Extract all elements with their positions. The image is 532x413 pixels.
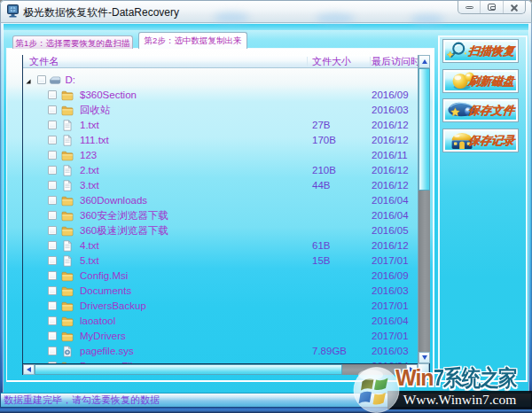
file-date: 2016/09 xyxy=(372,269,409,284)
file-list: 文件名 文件大小 最后访问时间 D: xyxy=(22,55,430,375)
drive-icon xyxy=(49,74,61,86)
tab-step1[interactable]: 第1步：选择需要恢复的盘扫描 xyxy=(12,35,133,49)
folder-icon xyxy=(61,105,74,116)
maximize-button[interactable] xyxy=(481,1,503,13)
row-checkbox[interactable] xyxy=(48,241,57,250)
folder-icon xyxy=(61,150,74,161)
file-size: 210B xyxy=(312,163,336,178)
row-checkbox[interactable] xyxy=(48,256,57,265)
scan-recover-button[interactable]: 扫描恢复 xyxy=(442,39,519,63)
row-checkbox[interactable] xyxy=(37,75,46,84)
refresh-disk-label: 刷新磁盘 xyxy=(467,70,520,92)
window-frame-left xyxy=(0,21,4,407)
file-name: 123 xyxy=(80,148,97,163)
scan-recover-label: 扫描恢复 xyxy=(467,40,520,62)
horizontal-scroll-thumb[interactable] xyxy=(35,364,342,375)
file-name: 360Downloads xyxy=(80,193,147,208)
watermark-brand-cn: 7系统之家 xyxy=(434,363,517,393)
row-checkbox[interactable] xyxy=(48,196,57,205)
save-record-button[interactable]: 保存记录 xyxy=(442,129,519,152)
expand-toggle-icon[interactable] xyxy=(26,79,31,84)
file-row[interactable]: 2.txt 210B 2016/12 xyxy=(23,163,418,178)
folder-icon xyxy=(61,316,74,327)
row-checkbox[interactable] xyxy=(48,226,57,235)
row-checkbox[interactable] xyxy=(48,316,57,325)
row-checkbox[interactable] xyxy=(48,286,57,295)
column-header-size[interactable]: 文件大小 xyxy=(312,55,351,68)
row-checkbox[interactable] xyxy=(48,211,57,220)
file-name: DriversBackup xyxy=(80,299,146,314)
file-row[interactable]: laoatool 2016/04 xyxy=(23,314,418,329)
row-checkbox[interactable] xyxy=(48,271,57,280)
row-checkbox[interactable] xyxy=(48,105,57,114)
save-file-button[interactable]: 保存文件 xyxy=(442,98,519,122)
column-separator xyxy=(370,57,371,66)
column-separator xyxy=(307,57,308,66)
file-size: 7.89GB xyxy=(312,344,347,359)
file-size: 61B xyxy=(312,238,330,253)
row-checkbox[interactable] xyxy=(48,90,57,99)
system-file-icon xyxy=(61,346,74,357)
file-name: 3.txt xyxy=(80,178,99,193)
row-checkbox[interactable] xyxy=(48,166,57,175)
arrow-left-icon xyxy=(27,367,31,372)
scroll-down-button[interactable] xyxy=(419,352,430,363)
file-date: 2017/01 xyxy=(372,329,409,344)
row-checkbox[interactable] xyxy=(48,151,57,160)
vertical-scrollbar xyxy=(418,55,429,363)
minimize-icon xyxy=(466,6,473,9)
row-checkbox[interactable] xyxy=(48,301,57,310)
file-row[interactable]: 111.txt 170B 2016/12 xyxy=(23,133,418,148)
folder-icon xyxy=(61,300,74,312)
file-row[interactable]: 5.txt 15B 2017/01 xyxy=(23,253,418,269)
file-name: Documents xyxy=(80,284,131,299)
vertical-scroll-thumb[interactable] xyxy=(419,68,430,191)
file-date: 2016/12 xyxy=(372,118,409,133)
row-checkbox[interactable] xyxy=(48,121,57,129)
file-icon xyxy=(61,135,74,146)
row-checkbox[interactable] xyxy=(48,136,57,144)
file-row[interactable]: MyDrivers 2017/01 xyxy=(23,329,418,344)
file-row[interactable]: D: xyxy=(23,73,418,88)
file-name: 360安全浏览器下载 xyxy=(80,208,168,223)
file-row[interactable]: 3.txt 44B 2016/12 xyxy=(23,178,418,193)
file-row[interactable]: $360Section 2016/09 xyxy=(23,88,418,103)
tab-step2[interactable]: 第2步：选中数据复制出来 xyxy=(138,32,247,49)
file-row[interactable]: DriversBackup 2017/01 xyxy=(23,299,418,314)
watermark-brand-win: Win xyxy=(395,365,434,391)
folder-icon xyxy=(61,195,74,206)
file-name: 4.txt xyxy=(80,238,99,253)
minimize-button[interactable] xyxy=(458,1,481,13)
file-row[interactable]: Documents 2016/03 xyxy=(23,284,418,299)
row-checkbox[interactable] xyxy=(48,347,57,355)
file-row[interactable]: 360安全浏览器下载 2016/04 xyxy=(23,208,418,223)
column-header-name[interactable]: 文件名 xyxy=(29,55,59,68)
watermark-bar: Www.Winwin7.com xyxy=(387,391,532,409)
action-panel: 扫描恢复 刷新磁盘 xyxy=(438,35,528,382)
file-name: 111.txt xyxy=(80,133,109,148)
vertical-scroll-track[interactable] xyxy=(419,191,430,352)
file-row[interactable]: pagefile.sys 7.89GB 2016/03 xyxy=(23,344,418,359)
list-header: 文件名 文件大小 最后访问时间 xyxy=(23,55,418,68)
scroll-up-button[interactable] xyxy=(419,55,430,68)
file-name: 回收站 xyxy=(80,103,111,118)
file-row[interactable]: 回收站 2016/03 xyxy=(23,103,418,118)
close-button[interactable] xyxy=(504,1,525,13)
folder-icon xyxy=(61,225,74,237)
refresh-disk-button[interactable]: 刷新磁盘 xyxy=(442,69,519,93)
file-row[interactable]: Config.Msi 2016/09 xyxy=(23,269,418,284)
file-row[interactable]: 4.txt 61B 2016/12 xyxy=(23,238,418,253)
scroll-left-button[interactable] xyxy=(23,364,35,375)
close-icon xyxy=(510,3,520,12)
save-record-label: 保存记录 xyxy=(467,129,520,152)
file-row[interactable]: 360Downloads 2016/04 xyxy=(23,193,418,208)
glass-blob xyxy=(411,14,444,25)
save-file-label: 保存文件 xyxy=(467,99,520,121)
file-row[interactable]: 360极速浏览器下载 2016/05 xyxy=(23,223,418,238)
file-date: 2016/04 xyxy=(372,208,409,223)
row-checkbox[interactable] xyxy=(48,181,57,190)
file-row[interactable]: 123 2016/11 xyxy=(23,148,418,163)
file-row[interactable]: 1.txt 27B 2016/12 xyxy=(23,118,418,133)
row-checkbox[interactable] xyxy=(48,331,57,340)
file-size: 44B xyxy=(312,178,330,193)
